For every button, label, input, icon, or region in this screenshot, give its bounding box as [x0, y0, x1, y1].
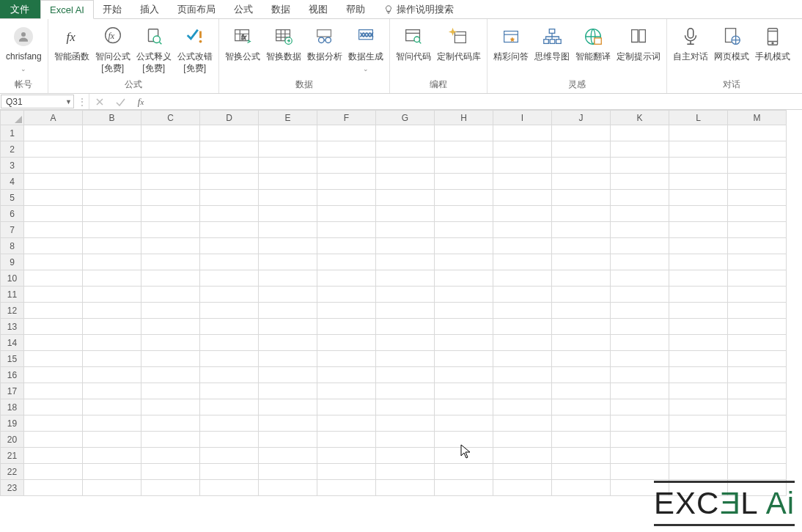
cell-C12[interactable] [141, 303, 200, 319]
cell-D9[interactable] [200, 254, 259, 270]
cell-K12[interactable] [611, 303, 669, 319]
cell-E21[interactable] [259, 448, 317, 464]
cell-I8[interactable] [493, 238, 552, 254]
cell-J16[interactable] [552, 367, 611, 383]
cell-F1[interactable] [317, 125, 376, 141]
cell-E6[interactable] [259, 206, 317, 222]
cell-G14[interactable] [376, 335, 435, 351]
cell-J13[interactable] [552, 319, 611, 335]
col-header-I[interactable]: I [493, 111, 552, 125]
cell-J7[interactable] [552, 222, 611, 238]
smart-function-button[interactable]: fx 智能函数 [51, 21, 92, 64]
cell-D4[interactable] [200, 174, 259, 190]
tab-excel-ai[interactable]: Excel AI [40, 0, 94, 19]
cell-M3[interactable] [728, 158, 787, 174]
cell-A5[interactable] [24, 190, 83, 206]
cell-E2[interactable] [259, 141, 317, 158]
cell-C1[interactable] [141, 125, 200, 141]
spreadsheet-grid[interactable]: ABCDEFGHIJKLM123456789101112131415161718… [0, 110, 802, 532]
cell-G4[interactable] [376, 174, 435, 190]
cell-G19[interactable] [376, 415, 435, 432]
cell-H12[interactable] [435, 303, 493, 319]
row-header-14[interactable]: 14 [1, 335, 24, 351]
select-all-corner[interactable] [1, 111, 24, 125]
cell-H22[interactable] [435, 464, 493, 480]
col-header-C[interactable]: C [141, 111, 200, 125]
col-header-L[interactable]: L [669, 111, 728, 125]
cell-M5[interactable] [728, 190, 787, 206]
cell-L23[interactable] [669, 480, 728, 496]
cell-K5[interactable] [611, 190, 669, 206]
cell-J5[interactable] [552, 190, 611, 206]
cell-M18[interactable] [728, 399, 787, 415]
row-header-6[interactable]: 6 [1, 206, 24, 222]
cell-D13[interactable] [200, 319, 259, 335]
cell-K7[interactable] [611, 222, 669, 238]
col-header-B[interactable]: B [83, 111, 141, 125]
cell-K4[interactable] [611, 174, 669, 190]
cell-I16[interactable] [493, 367, 552, 383]
cell-J8[interactable] [552, 238, 611, 254]
mobile-mode-button[interactable]: 手机模式 [752, 21, 793, 64]
cell-F23[interactable] [317, 480, 376, 496]
cell-M14[interactable] [728, 335, 787, 351]
cell-M22[interactable] [728, 464, 787, 480]
cell-H1[interactable] [435, 125, 493, 141]
col-header-F[interactable]: F [317, 111, 376, 125]
cell-L6[interactable] [669, 206, 728, 222]
cell-E4[interactable] [259, 174, 317, 190]
col-header-E[interactable]: E [259, 111, 317, 125]
cell-J23[interactable] [552, 480, 611, 496]
cell-G23[interactable] [376, 480, 435, 496]
cell-B3[interactable] [83, 158, 141, 174]
cell-J22[interactable] [552, 464, 611, 480]
cell-D15[interactable] [200, 351, 259, 367]
formula-input[interactable] [151, 94, 802, 109]
explain-formula-button[interactable]: 公式释义 [免费] [133, 21, 174, 75]
cell-C13[interactable] [141, 319, 200, 335]
cell-C20[interactable] [141, 432, 200, 448]
cell-D3[interactable] [200, 158, 259, 174]
row-header-18[interactable]: 18 [1, 399, 24, 415]
cell-I21[interactable] [493, 448, 552, 464]
cell-K11[interactable] [611, 287, 669, 303]
cell-A2[interactable] [24, 141, 83, 158]
cell-H6[interactable] [435, 206, 493, 222]
cell-B9[interactable] [83, 254, 141, 270]
cell-F20[interactable] [317, 432, 376, 448]
cell-I22[interactable] [493, 464, 552, 480]
cell-E18[interactable] [259, 399, 317, 415]
account-button[interactable]: chrisfang⌄ [3, 21, 45, 75]
cell-E22[interactable] [259, 464, 317, 480]
cell-D17[interactable] [200, 383, 259, 399]
cell-A19[interactable] [24, 415, 83, 432]
tab-page-layout[interactable]: 页面布局 [169, 0, 225, 18]
cell-L19[interactable] [669, 415, 728, 432]
cell-H5[interactable] [435, 190, 493, 206]
cell-E7[interactable] [259, 222, 317, 238]
cell-F15[interactable] [317, 351, 376, 367]
cell-B15[interactable] [83, 351, 141, 367]
cell-E14[interactable] [259, 335, 317, 351]
cell-B11[interactable] [83, 287, 141, 303]
cell-J4[interactable] [552, 174, 611, 190]
cell-F18[interactable] [317, 399, 376, 415]
cell-C19[interactable] [141, 415, 200, 432]
cell-D2[interactable] [200, 141, 259, 158]
cell-E9[interactable] [259, 254, 317, 270]
col-header-J[interactable]: J [552, 111, 611, 125]
cell-C6[interactable] [141, 206, 200, 222]
cell-E8[interactable] [259, 238, 317, 254]
tab-insert[interactable]: 插入 [131, 0, 169, 18]
cell-H14[interactable] [435, 335, 493, 351]
cell-G2[interactable] [376, 141, 435, 158]
cell-L14[interactable] [669, 335, 728, 351]
cell-C15[interactable] [141, 351, 200, 367]
cell-J1[interactable] [552, 125, 611, 141]
cell-M21[interactable] [728, 448, 787, 464]
cell-K1[interactable] [611, 125, 669, 141]
cell-A10[interactable] [24, 270, 83, 287]
cell-B2[interactable] [83, 141, 141, 158]
cell-I17[interactable] [493, 383, 552, 399]
cell-A22[interactable] [24, 464, 83, 480]
